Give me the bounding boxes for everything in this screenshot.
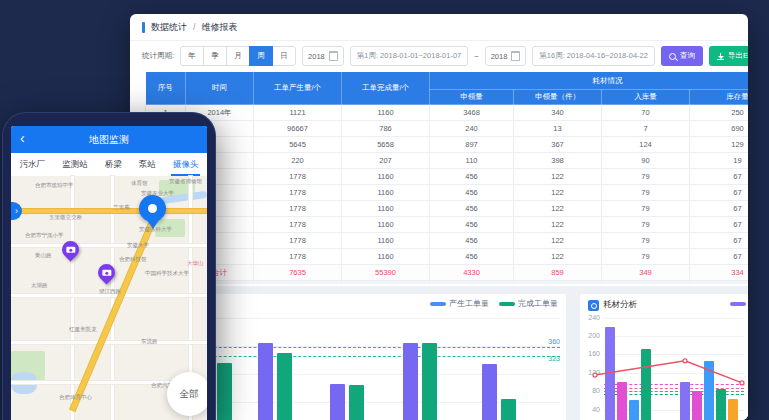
bar-consumable <box>728 399 738 420</box>
table-row: 56455658897367124129 <box>146 137 749 153</box>
legend-item-产生工单量[interactable]: 产生工单量 <box>430 298 489 309</box>
map-label: 合肥市琥珀中学 <box>35 182 74 189</box>
column-header: 工单产生量/个 <box>254 72 342 105</box>
table-cell: 122 <box>514 169 602 185</box>
table-cell: 67 <box>690 249 749 265</box>
consumable-chart-title-text: 耗材分析 <box>603 299 637 311</box>
table-cell: 67 <box>690 169 749 185</box>
app-title: 地图监测 <box>89 133 129 147</box>
table-cell: 122 <box>514 201 602 217</box>
table-cell: 240 <box>430 121 514 137</box>
year-start-value: 2018 <box>308 52 325 61</box>
bar-完成工单量 <box>349 385 364 420</box>
table-row: 177811604561227967 <box>146 169 749 185</box>
consumable-legend-marker[interactable] <box>730 302 746 306</box>
table-cell: 334 <box>690 265 749 281</box>
map-label: 安徽省博物馆 <box>169 178 202 185</box>
export-excel-button[interactable]: 导出Excel <box>709 46 748 66</box>
analysis-icon <box>588 300 599 311</box>
query-button[interactable]: 查询 <box>661 46 703 66</box>
bar-consumable <box>692 391 702 420</box>
tab-污水厂[interactable]: 污水厂 <box>18 153 48 176</box>
table-cell: 79 <box>602 169 690 185</box>
table-cell: 456 <box>430 233 514 249</box>
segment-日[interactable]: 日 <box>272 46 296 66</box>
week-end-input[interactable]: 第16周: 2018-04-16~2018-04-22 <box>532 46 655 66</box>
phone-screen: ‹ 地图监测 污水厂监测站桥梁泵站摄像头 合肥市琥珀中学体育馆安徽农业大学安徽省… <box>11 126 207 420</box>
table-cell: 1778 <box>254 217 342 233</box>
table-row: 177811604561227967 <box>146 185 749 201</box>
table-cell: 1778 <box>254 249 342 265</box>
breadcrumb-section[interactable]: 数据统计 <box>151 21 187 34</box>
segment-年[interactable]: 年 <box>180 46 204 66</box>
report-table-wrap: 序号时间工单产生量/个工单完成量/个耗材情况申领量申领量（件）入库量库存量120… <box>145 72 748 284</box>
table-cell: 124 <box>602 137 690 153</box>
bar-完成工单量 <box>277 353 292 420</box>
segment-月[interactable]: 月 <box>226 46 250 66</box>
table-cell: 1778 <box>254 233 342 249</box>
query-label: 查询 <box>680 51 695 61</box>
markline-360 <box>164 347 560 348</box>
tab-泵站[interactable]: 泵站 <box>137 153 158 176</box>
table-row: 177811604561227967 <box>146 201 749 217</box>
table-row: 177811604561227967 <box>146 217 749 233</box>
segment-周[interactable]: 周 <box>249 46 273 66</box>
segment-季[interactable]: 季 <box>203 46 227 66</box>
tab-桥梁[interactable]: 桥梁 <box>103 153 124 176</box>
map-road <box>11 244 207 247</box>
show-all-button[interactable]: 全部 <box>167 372 207 416</box>
table-cell: 67 <box>690 201 749 217</box>
tab-摄像头[interactable]: 摄像头 <box>171 153 201 176</box>
camera-marker[interactable] <box>94 260 118 284</box>
phone-mockup: ‹ 地图监测 污水厂监测站桥梁泵站摄像头 合肥市琥珀中学体育馆安徽农业大学安徽省… <box>2 112 216 420</box>
group-header-consumables: 耗材情况 <box>430 72 749 90</box>
markline-323 <box>164 356 560 357</box>
selected-location-pin[interactable] <box>139 195 166 222</box>
table-cell: 349 <box>602 265 690 281</box>
camera-marker[interactable] <box>58 237 82 261</box>
column-header: 工单完成量/个 <box>342 72 430 105</box>
back-chevron-icon[interactable]: ‹ <box>20 126 25 153</box>
table-cell: 7 <box>602 121 690 137</box>
range-separator: ~ <box>474 52 478 61</box>
map-expander-button[interactable]: › <box>11 202 22 220</box>
total-row: 合计7635553904330859349334 <box>146 265 749 281</box>
map-label: 合肥体育中心 <box>59 394 92 401</box>
bar-consumable <box>641 349 651 420</box>
table-cell: 90 <box>602 153 690 169</box>
legend-item-完成工单量[interactable]: 完成工单量 <box>499 298 558 309</box>
year-end-select[interactable]: 2018 <box>485 46 527 66</box>
table-row: 96667786240137690 <box>146 121 749 137</box>
calendar-icon <box>511 51 520 61</box>
table-cell: 5658 <box>342 137 430 153</box>
table-cell: 786 <box>342 121 430 137</box>
table-cell: 122 <box>514 249 602 265</box>
tab-监测站[interactable]: 监测站 <box>60 153 90 176</box>
table-cell: 3468 <box>430 105 514 121</box>
table-cell: 30 <box>430 281 514 285</box>
table-cell: 390 <box>342 281 430 285</box>
bar-产生工单量 <box>403 343 418 420</box>
table-cell: 122 <box>514 233 602 249</box>
table-cell: 340 <box>514 105 602 121</box>
map-highway <box>11 209 207 213</box>
report-table: 序号时间工单产生量/个工单完成量/个耗材情况申领量申领量（件）入库量库存量120… <box>145 72 748 284</box>
table-cell: 129 <box>690 137 749 153</box>
period-label: 统计周期: <box>142 51 174 61</box>
map-canvas[interactable]: 合肥市琥珀中学体育馆安徽农业大学安徽省博物馆三里庵五里墩立交桥合肥市宁溪小学黄山… <box>11 176 207 420</box>
gridline <box>604 336 744 337</box>
table-cell: 456 <box>430 169 514 185</box>
download-icon <box>717 53 724 60</box>
map-label: 黄山路 <box>35 252 52 259</box>
week-start-input[interactable]: 第1周: 2018-01-01~2018-01-07 <box>350 46 468 66</box>
map-label: 五里墩立交桥 <box>49 214 82 221</box>
bar-consumable <box>716 389 726 420</box>
year-start-select[interactable]: 2018 <box>302 46 344 66</box>
bar-consumable <box>704 361 714 420</box>
map-label: 红星美凯龙 <box>69 326 97 333</box>
table-cell: 53 <box>514 281 602 285</box>
y-tick-label: 80 <box>580 387 600 394</box>
markline-label: 323 <box>548 355 560 362</box>
breadcrumb-accent <box>142 22 145 33</box>
breadcrumb: 数据统计 / 维修报表 <box>130 14 748 41</box>
